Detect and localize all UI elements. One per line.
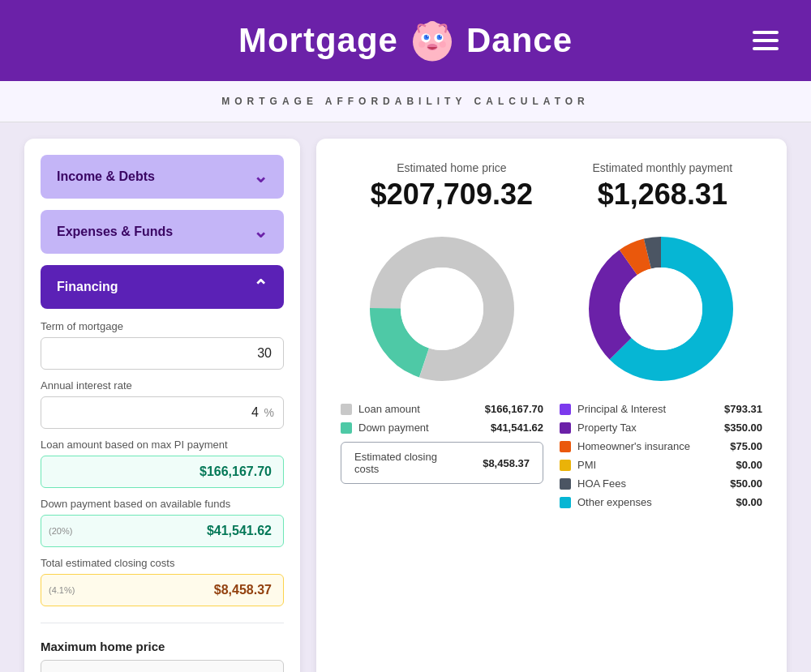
divider: [41, 623, 284, 623]
legend-item-pi: Principal & Interest $793.31: [560, 403, 762, 415]
svg-point-9: [440, 36, 442, 37]
subtitle-bar: MORTGAGE AFFORDABILITY CALCULATOR: [0, 81, 811, 122]
down-payment-label: Down payment based on available funds: [41, 498, 284, 510]
legend-item-pmi: PMI $0.00: [560, 459, 762, 471]
expenses-funds-accordion[interactable]: Expenses & Funds ⌄: [41, 210, 284, 254]
expenses-funds-label: Expenses & Funds: [57, 225, 173, 239]
right-panel: Estimated home price $207,709.32 Estimat…: [316, 139, 787, 672]
left-chart-legend: Loan amount $166,167.70 Down payment $41…: [341, 403, 543, 484]
legend-dot-other: [560, 497, 571, 508]
subtitle-text: MORTGAGE AFFORDABILITY CALCULATOR: [221, 96, 590, 107]
legend-dot-pi: [560, 404, 571, 415]
legend-value-tax: $350.00: [724, 422, 762, 434]
legend-label-pmi: PMI: [577, 459, 729, 471]
closing-field: [41, 574, 284, 606]
financing-label: Financing: [57, 280, 118, 294]
charts-area: Loan amount $166,167.70 Down payment $41…: [341, 228, 762, 515]
svg-point-12: [418, 41, 425, 48]
left-panel: Income & Debts ⌄ Expenses & Funds ⌄ Fina…: [24, 139, 300, 672]
legend-label-down: Down payment: [358, 422, 484, 434]
max-home-input[interactable]: [41, 660, 284, 672]
app-title: Mortgage Dance: [238, 15, 573, 66]
left-chart-section: Loan amount $166,167.70 Down payment $41…: [341, 228, 543, 484]
income-debts-accordion[interactable]: Income & Debts ⌄: [41, 155, 284, 199]
home-price-value: $207,709.32: [371, 178, 533, 212]
menu-button[interactable]: [753, 31, 779, 50]
legend-value-pi: $793.31: [724, 403, 762, 415]
legend-dot-tax: [560, 422, 571, 434]
term-label: Term of mortgage: [41, 320, 284, 332]
closing-badge: (4.1%): [49, 585, 75, 595]
closing-label: Total estimated closing costs: [41, 557, 284, 569]
home-price-label: Estimated home price: [371, 161, 533, 174]
monthly-payment-value: $1,268.31: [592, 178, 732, 212]
legend-label-insurance: Homeowner's insurance: [577, 440, 723, 452]
closing-costs-summary-label: Estimated closingcosts: [354, 451, 437, 475]
interest-label: Annual interest rate: [41, 379, 284, 392]
mascot-icon: [406, 15, 458, 66]
loan-amount-field: [41, 456, 284, 488]
monthly-payment-donut-chart: [580, 228, 742, 390]
legend-label-hoa: HOA Fees: [577, 477, 723, 490]
legend-label-pi: Principal & Interest: [577, 403, 718, 415]
legend-label-other: Other expenses: [577, 496, 729, 508]
title-part1: Mortgage: [238, 21, 398, 60]
monthly-payment-block: Estimated monthly payment $1,268.31: [592, 161, 732, 212]
legend-item-down: Down payment $41,541.62: [341, 422, 543, 434]
svg-point-21: [620, 268, 702, 350]
income-debts-label: Income & Debts: [57, 169, 155, 184]
home-price-block: Estimated home price $207,709.32: [371, 161, 533, 212]
legend-item-insurance: Homeowner's insurance $75.00: [560, 440, 762, 452]
financing-fields: Term of mortgage 30 Annual interest rate…: [41, 320, 284, 606]
legend-value-other: $0.00: [736, 496, 762, 508]
legend-item-other: Other expenses $0.00: [560, 496, 762, 508]
income-debts-chevron: ⌄: [253, 166, 268, 187]
svg-point-11: [427, 21, 438, 29]
closing-costs-summary-value: $8,458.37: [483, 457, 530, 469]
financing-accordion[interactable]: Financing ⌃: [41, 265, 284, 309]
legend-dot-pmi: [560, 460, 571, 471]
svg-point-13: [440, 41, 446, 48]
financing-chevron: ⌃: [253, 276, 268, 297]
down-payment-wrapper: (20%): [41, 515, 284, 547]
legend-item-tax: Property Tax $350.00: [560, 422, 762, 434]
legend-dot-down: [341, 422, 352, 434]
interest-rate-wrapper: %: [41, 396, 284, 429]
svg-point-16: [401, 268, 483, 350]
home-price-donut-chart: [361, 228, 523, 390]
term-input[interactable]: 30: [41, 337, 284, 370]
legend-value-pmi: $0.00: [736, 459, 762, 471]
main-content: Income & Debts ⌄ Expenses & Funds ⌄ Fina…: [0, 122, 811, 672]
expenses-funds-chevron: ⌄: [253, 221, 268, 242]
title-part2: Dance: [466, 21, 573, 60]
legend-dot-hoa: [560, 478, 571, 490]
down-payment-badge: (20%): [49, 526, 72, 536]
interest-input[interactable]: [41, 396, 284, 429]
legend-value-insurance: $75.00: [730, 440, 762, 452]
loan-label: Loan amount based on max PI payment: [41, 439, 284, 451]
legend-item-hoa: HOA Fees $50.00: [560, 477, 762, 490]
closing-wrapper: (4.1%): [41, 574, 284, 606]
app-header: Mortgage Dance: [0, 0, 811, 81]
legend-value-hoa: $50.00: [730, 477, 762, 490]
svg-point-8: [427, 36, 429, 37]
monthly-payment-label: Estimated monthly payment: [592, 161, 732, 174]
legend-label-tax: Property Tax: [577, 422, 718, 434]
down-payment-field: [41, 515, 284, 547]
legend-dot-insurance: [560, 441, 571, 452]
svg-point-1: [414, 24, 451, 60]
right-chart-section: Principal & Interest $793.31 Property Ta…: [560, 228, 762, 515]
legend-label-loan: Loan amount: [358, 403, 478, 415]
right-chart-legend: Principal & Interest $793.31 Property Ta…: [560, 403, 762, 515]
closing-costs-summary-box: Estimated closingcosts $8,458.37: [341, 442, 543, 484]
percent-sign: %: [264, 406, 274, 419]
legend-dot-loan: [341, 404, 352, 415]
legend-item-loan: Loan amount $166,167.70: [341, 403, 543, 415]
legend-value-loan: $166,167.70: [485, 403, 543, 415]
max-home-label: Maximum home price: [41, 640, 284, 653]
results-summary: Estimated home price $207,709.32 Estimat…: [341, 161, 762, 212]
legend-value-down: $41,541.62: [491, 422, 543, 434]
